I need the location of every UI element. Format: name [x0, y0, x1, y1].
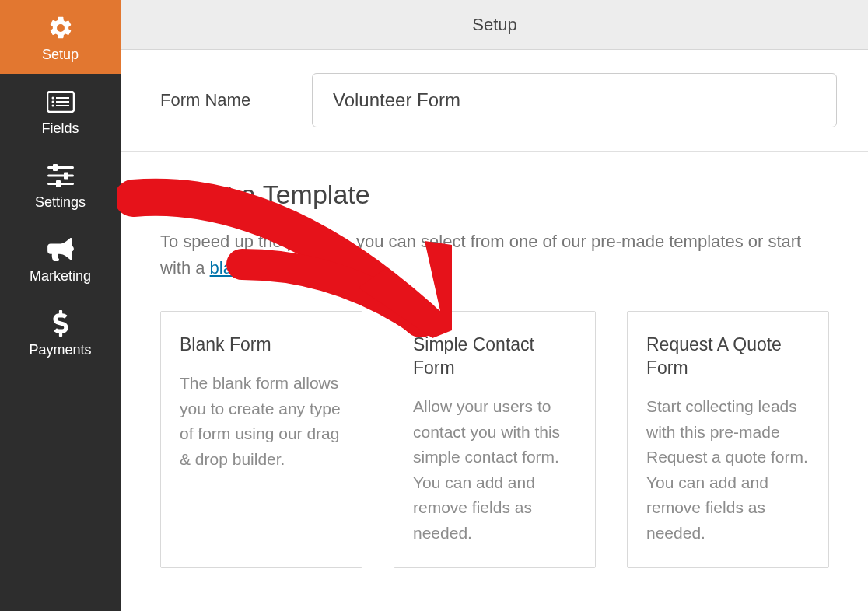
select-template-desc: To speed up the process, you can select … — [160, 229, 829, 281]
sidebar-item-label: Setup — [42, 47, 79, 63]
template-card-request-quote[interactable]: Request A Quote Form Start collecting le… — [627, 311, 829, 568]
sidebar-item-label: Marketing — [30, 268, 91, 285]
sidebar-item-fields[interactable]: Fields — [0, 74, 121, 148]
dollar-icon — [53, 309, 68, 337]
template-card-blank[interactable]: Blank Form The blank form allows you to … — [160, 311, 362, 568]
select-template-title: Select a Template — [160, 180, 829, 210]
list-icon — [47, 88, 75, 116]
topbar: Setup — [121, 0, 868, 50]
sidebar-item-label: Payments — [29, 342, 91, 358]
svg-point-5 — [51, 105, 54, 107]
svg-rect-10 — [64, 173, 68, 180]
form-name-label: Form Name — [160, 90, 312, 110]
bullhorn-icon — [47, 236, 74, 264]
main-panel: Setup Form Name Select a Template To spe… — [121, 0, 868, 611]
sidebar: Setup Fields — [0, 0, 121, 611]
page-title: Setup — [472, 15, 517, 35]
svg-point-3 — [51, 101, 54, 103]
form-name-row: Form Name — [121, 50, 868, 152]
form-name-input[interactable] — [312, 73, 837, 127]
template-title: Simple Contact Form — [413, 333, 576, 380]
template-title: Request A Quote Form — [646, 333, 810, 380]
sidebar-item-settings[interactable]: Settings — [0, 148, 121, 222]
svg-rect-9 — [47, 175, 74, 177]
svg-rect-4 — [56, 101, 69, 103]
gear-icon — [47, 14, 74, 42]
template-desc: The blank form allows you to create any … — [180, 371, 343, 472]
svg-rect-12 — [56, 180, 61, 187]
sidebar-item-setup[interactable]: Setup — [0, 0, 121, 74]
template-list: Blank Form The blank form allows you to … — [160, 311, 829, 568]
template-desc: Allow your users to contact you with thi… — [413, 394, 576, 546]
svg-rect-2 — [56, 97, 69, 99]
template-title: Blank Form — [180, 333, 343, 357]
template-card-simple-contact[interactable]: Simple Contact Form Allow your users to … — [394, 311, 596, 568]
svg-rect-6 — [56, 105, 69, 106]
svg-rect-7 — [47, 166, 74, 169]
sidebar-item-label: Settings — [35, 194, 86, 211]
content: Select a Template To speed up the proces… — [121, 152, 868, 568]
sliders-icon — [47, 162, 74, 190]
svg-rect-8 — [53, 164, 58, 171]
sidebar-item-marketing[interactable]: Marketing — [0, 222, 121, 295]
blank-form-link[interactable]: blank form. — [210, 258, 295, 278]
sidebar-item-label: Fields — [41, 120, 79, 137]
sidebar-item-payments[interactable]: Payments — [0, 295, 121, 369]
svg-point-1 — [51, 97, 54, 100]
template-desc: Start collecting leads with this pre-mad… — [646, 394, 810, 546]
